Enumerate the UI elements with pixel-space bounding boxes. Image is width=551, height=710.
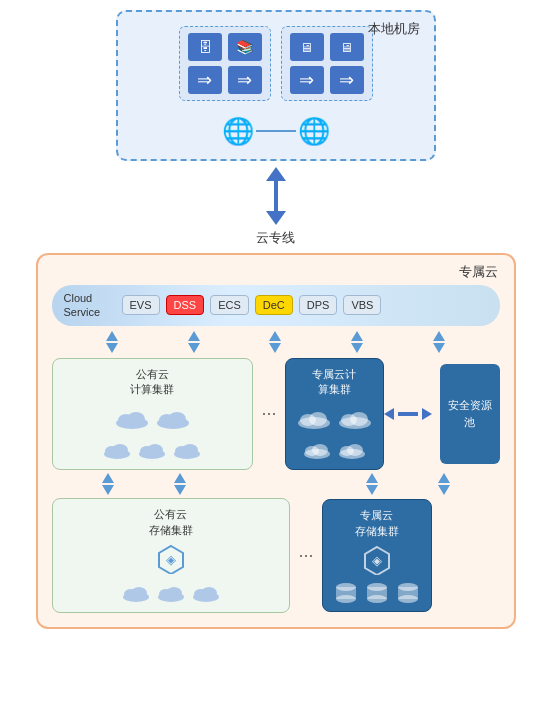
cloud-icon-dark-4 xyxy=(337,437,367,461)
arrow-up-4 xyxy=(351,331,363,341)
server-icon-db4: 🖥 xyxy=(330,33,364,61)
cloud-icon-3 xyxy=(102,437,132,461)
dedicated-compute-right: 专属云计算集群 安全资源池 xyxy=(285,358,500,471)
cloud-icon-1 xyxy=(114,403,150,431)
server-icons-row-2: ⇒ ⇒ xyxy=(188,66,262,94)
h-arrow-right-1 xyxy=(422,408,432,420)
main-container: 本地机房 🗄 📚 ⇒ ⇒ 🖥 🖥 ⇒ xyxy=(16,10,536,700)
dedicated-compute-icons-row2 xyxy=(302,437,367,461)
server-group-2: 🖥 🖥 ⇒ ⇒ xyxy=(281,26,373,101)
svg-text:◈: ◈ xyxy=(166,552,176,567)
svg-point-37 xyxy=(201,587,217,599)
h-arrow-left-1 xyxy=(384,408,394,420)
server-icon-db2: 📚 xyxy=(228,33,262,61)
public-compute-cluster: 公有云计算集群 xyxy=(52,358,254,471)
arrow-pair-5 xyxy=(433,331,445,353)
arrow-pair-b3 xyxy=(366,473,378,495)
dots-separator-2: ··· xyxy=(298,545,313,566)
arrow-pair-4 xyxy=(351,331,363,353)
dedicated-cloud-label: 专属云 xyxy=(459,263,498,281)
router-left: 🌐 xyxy=(220,113,256,149)
dedicated-storage-title: 专属云存储集群 xyxy=(355,508,399,539)
security-pool-label: 安全资源池 xyxy=(448,397,492,430)
dedicated-storage-cluster: 专属云存储集群 ◈ xyxy=(322,499,432,612)
compute-clusters-row: 公有云计算集群 ··· 专属云计算集群 xyxy=(52,358,500,471)
server-icons-row-4: ⇒ ⇒ xyxy=(290,66,364,94)
server-group-1: 🗄 📚 ⇒ ⇒ xyxy=(179,26,271,101)
svg-point-11 xyxy=(147,444,163,456)
arrow-head-down xyxy=(266,211,286,225)
badge-dss: DSS xyxy=(166,295,205,315)
local-dc-label: 本地机房 xyxy=(368,20,420,38)
arrow-pair-2 xyxy=(188,331,200,353)
arrow-head-up xyxy=(266,167,286,181)
arrow-down-b3 xyxy=(366,485,378,495)
badge-evs: EVS xyxy=(122,295,160,315)
cloud-service-label: CloudService xyxy=(64,291,116,320)
storage-clusters-row: 公有云存储集群 ◈ ··· 专属云存储集群 xyxy=(52,498,500,613)
server-icons-row-1: 🗄 📚 xyxy=(188,33,262,61)
router-right: 🌐 xyxy=(296,113,332,149)
arrows-row-1 xyxy=(52,326,500,358)
arrow-down-2 xyxy=(188,343,200,353)
exchange-icon-3: ⇒ xyxy=(290,66,324,94)
svg-point-48 xyxy=(398,595,418,603)
cloud-line-section: 云专线 xyxy=(256,165,295,249)
public-storage-cluster: 公有云存储集群 ◈ xyxy=(52,498,291,613)
public-compute-icons-row2 xyxy=(102,437,202,461)
h-arrow-shaft-1 xyxy=(398,412,418,416)
arrows-row-2 xyxy=(52,470,500,498)
cloud-icon-5 xyxy=(172,437,202,461)
svg-point-23 xyxy=(312,444,328,456)
exchange-icon-1: ⇒ xyxy=(188,66,222,94)
router-left-icon: 🌐 xyxy=(222,116,254,147)
public-storage-icons-row2 xyxy=(121,580,221,604)
dedicated-storage-icons-row2 xyxy=(333,581,421,603)
svg-point-34 xyxy=(166,587,182,599)
arrow-pair-b4 xyxy=(438,473,450,495)
svg-point-14 xyxy=(182,444,198,456)
badge-vbs: VBS xyxy=(343,295,381,315)
server-icon-db3: 🖥 xyxy=(290,33,324,61)
arrow-down-b4 xyxy=(438,485,450,495)
dedicated-compute-title: 专属云计算集群 xyxy=(312,367,356,398)
arrow-pair-3 xyxy=(269,331,281,353)
arrow-down-3 xyxy=(269,343,281,353)
public-compute-icons xyxy=(114,403,191,431)
cloud-icon-dark-2 xyxy=(337,403,373,431)
arrow-up-3 xyxy=(269,331,281,341)
arrow-down-4 xyxy=(351,343,363,353)
svg-point-8 xyxy=(112,444,128,456)
exchange-icon-2: ⇒ xyxy=(228,66,262,94)
arrow-shaft xyxy=(274,181,278,211)
arrow-down-b1 xyxy=(102,485,114,495)
svg-point-31 xyxy=(131,587,147,599)
cloud-icon-4 xyxy=(137,437,167,461)
badge-dps: DPS xyxy=(299,295,338,315)
arrow-up-1 xyxy=(106,331,118,341)
arrow-up-b1 xyxy=(102,473,114,483)
cloud-icon-dark-3 xyxy=(302,437,332,461)
svg-point-42 xyxy=(336,595,356,603)
public-storage-title: 公有云存储集群 xyxy=(149,507,193,538)
arrow-up-b4 xyxy=(438,473,450,483)
arrow-up-b3 xyxy=(366,473,378,483)
arrow-down-1 xyxy=(106,343,118,353)
hex-icon-dark-1: ◈ xyxy=(361,545,393,575)
dedicated-compute-icons xyxy=(296,403,373,431)
svg-point-20 xyxy=(350,412,368,426)
svg-point-45 xyxy=(367,595,387,603)
svg-point-17 xyxy=(309,412,327,426)
dedicated-storage-right: 专属云存储集群 ◈ xyxy=(322,499,500,612)
cloud-icon-dark-1 xyxy=(296,403,332,431)
arrow-up-5 xyxy=(433,331,445,341)
router-right-icon: 🌐 xyxy=(298,116,330,147)
arrow-pair-1 xyxy=(106,331,118,353)
hex-icon-1: ◈ xyxy=(155,544,187,574)
arrow-down-b2 xyxy=(174,485,186,495)
svg-point-2 xyxy=(127,412,145,426)
storage-cloud-3 xyxy=(191,580,221,604)
local-datacenter: 本地机房 🗄 📚 ⇒ ⇒ 🖥 🖥 ⇒ xyxy=(116,10,436,161)
badge-dec: DeC xyxy=(255,295,293,315)
arrow-up-2 xyxy=(188,331,200,341)
